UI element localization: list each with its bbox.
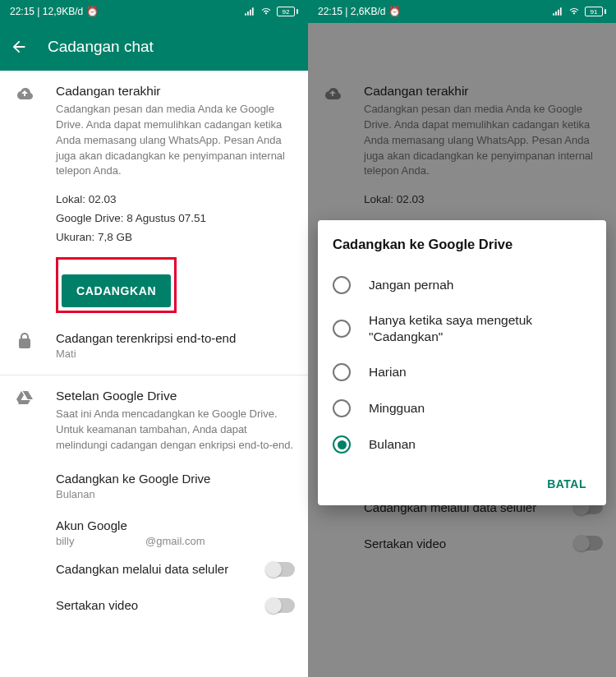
status-time: 22:15 <box>318 6 342 17</box>
cellular-backup-label: Cadangkan melalui data seluler <box>56 562 228 576</box>
backup-gdrive: Google Drive: 8 Agustus 07.51 <box>56 210 295 228</box>
phone-right: 22:15 | 2,6KB/d ⏰ 91 Cadangan chat Cadan… <box>308 0 616 677</box>
radio-icon <box>333 435 351 454</box>
status-bar: 22:15 | 12,9KB/d ⏰ 92 <box>0 0 308 23</box>
last-backup-heading: Cadangan terakhir <box>56 84 295 99</box>
app-bar: Cadangan chat <box>0 23 308 71</box>
alarm-icon: ⏰ <box>386 6 401 17</box>
alarm-icon: ⏰ <box>83 6 98 17</box>
gdrive-heading: Setelan Google Drive <box>56 389 295 403</box>
wifi-icon <box>260 6 272 17</box>
radio-icon <box>333 320 351 338</box>
backup-local: Lokal: 02.03 <box>56 191 295 210</box>
backup-frequency-dialog: Cadangkan ke Google Drive Jangan pernah … <box>318 220 606 505</box>
status-time: 22:15 <box>10 6 34 17</box>
include-video-toggle[interactable] <box>267 598 295 613</box>
phone-left: 22:15 | 12,9KB/d ⏰ 92 Cadangan chat Cada… <box>0 0 308 677</box>
gdrive-desc: Saat ini Anda mencadangkan ke Google Dri… <box>56 407 295 454</box>
cancel-button[interactable]: BATAL <box>542 471 591 497</box>
back-icon[interactable] <box>10 38 28 56</box>
wifi-icon <box>568 6 580 17</box>
radio-icon <box>333 276 351 294</box>
content[interactable]: Cadangan terakhir Cadangkan pesan dan me… <box>0 71 308 677</box>
battery-icon: 92 <box>277 7 298 16</box>
radio-option-monthly[interactable]: Bulanan <box>333 426 591 463</box>
gdrive-icon <box>15 389 34 408</box>
lock-icon <box>15 331 34 351</box>
radio-option-weekly[interactable]: Mingguan <box>333 390 591 426</box>
include-video-label: Sertakan video <box>56 598 138 612</box>
radio-icon <box>333 363 351 381</box>
backup-size: Ukuran: 7,8 GB <box>56 228 295 247</box>
page-title: Cadangan chat <box>48 38 154 56</box>
status-net: 12,9KB/d <box>43 6 83 17</box>
cellular-backup-toggle[interactable] <box>267 562 295 577</box>
radio-option-daily[interactable]: Harian <box>333 354 591 390</box>
battery-icon: 91 <box>585 7 606 16</box>
last-backup-desc: Cadangkan pesan dan media Anda ke Google… <box>56 102 295 179</box>
dialog-title: Cadangkan ke Google Drive <box>333 237 591 252</box>
cloud-upload-icon <box>15 84 34 104</box>
backup-frequency-row[interactable]: Cadangkan ke Google Drive Bulanan <box>56 472 295 500</box>
radio-option-never[interactable]: Jangan pernah <box>333 267 591 303</box>
signal-icon <box>244 6 255 17</box>
highlight-box: CADANGKAN <box>56 257 177 313</box>
status-bar: 22:15 | 2,6KB/d ⏰ 91 <box>308 0 616 23</box>
radio-option-tap[interactable]: Hanya ketika saya mengetuk "Cadangkan" <box>333 303 591 354</box>
backup-button[interactable]: CADANGKAN <box>62 274 171 307</box>
google-account-row[interactable]: Akun Google billy @gmail.com <box>56 518 295 547</box>
radio-icon <box>333 399 351 417</box>
encryption-row[interactable]: Cadangan terenkripsi end-to-end Mati <box>56 331 295 360</box>
status-net: 2,6KB/d <box>351 6 386 17</box>
signal-icon <box>552 6 563 17</box>
